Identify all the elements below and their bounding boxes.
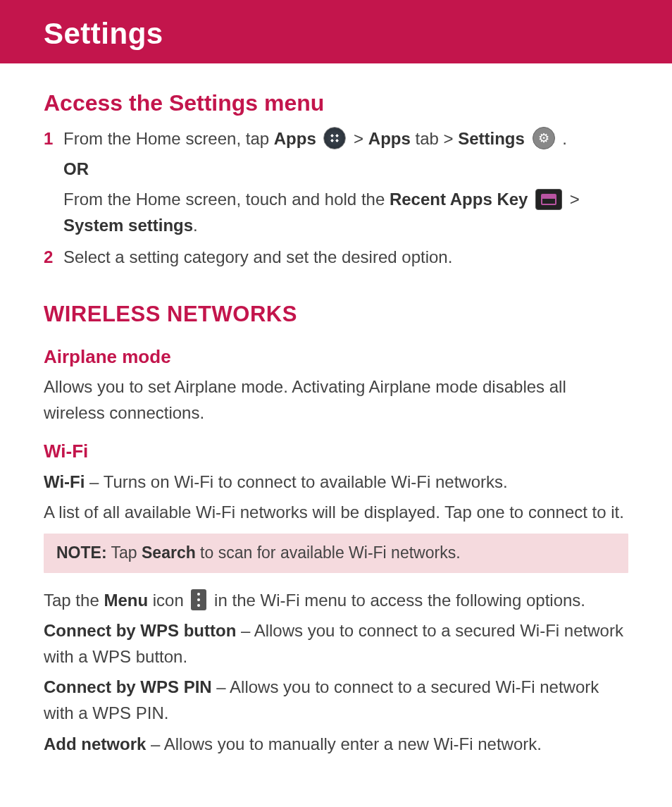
separator: > xyxy=(349,129,368,148)
text: . xyxy=(558,129,567,148)
text: From the Home screen, touch and hold the xyxy=(63,190,390,209)
page-header: Settings xyxy=(0,0,672,63)
or-label: OR xyxy=(63,156,628,182)
wifi-opt1: Connect by WPS button – Allows you to co… xyxy=(44,617,628,670)
step2-text: Select a setting category and set the de… xyxy=(63,247,452,266)
apps-tab-label: Apps xyxy=(368,129,411,148)
wifi-bold: Wi-Fi xyxy=(44,472,85,491)
text: From the Home screen, tap xyxy=(63,129,274,148)
system-settings-label: System settings xyxy=(63,216,193,235)
step-number: 1 xyxy=(44,125,53,152)
airplane-text: Allows you to set Airplane mode. Activat… xyxy=(44,374,628,426)
page-title: Settings xyxy=(44,17,651,51)
settings-label: Settings xyxy=(458,129,525,148)
note-box: NOTE: Tap Search to scan for available W… xyxy=(44,534,628,573)
gear-icon xyxy=(533,127,555,149)
wifi-line1: Wi-Fi – Turns on Wi-Fi to connect to ava… xyxy=(44,469,628,495)
text: icon xyxy=(148,591,188,610)
opt-label: Add network xyxy=(44,734,146,753)
opt-label: Connect by WPS button xyxy=(44,621,236,640)
text: . xyxy=(193,216,198,235)
section-heading-access: Access the Settings menu xyxy=(44,86,628,121)
menu-dots-icon xyxy=(191,589,206,610)
subheading-wifi: Wi-Fi xyxy=(44,437,628,465)
recent-apps-label: Recent Apps Key xyxy=(390,190,528,209)
text: – Allows you to manually enter a new Wi-… xyxy=(146,734,542,753)
text: – Turns on Wi-Fi to connect to available… xyxy=(85,472,507,491)
step1-line1: From the Home screen, tap Apps > Apps ta… xyxy=(63,129,567,148)
menu-label: Menu xyxy=(104,591,148,610)
separator: > xyxy=(565,190,580,209)
wifi-opt2: Connect by WPS PIN – Allows you to conne… xyxy=(44,674,628,726)
recent-apps-icon xyxy=(535,189,562,210)
search-label: Search xyxy=(142,543,196,562)
wifi-menu-line: Tap the Menu icon in the Wi-Fi menu to a… xyxy=(44,587,628,613)
text: in the Wi-Fi menu to access the followin… xyxy=(209,591,585,610)
wifi-opt3: Add network – Allows you to manually ent… xyxy=(44,731,628,757)
text: Tap xyxy=(107,543,142,562)
text: tab > xyxy=(411,129,458,148)
text: Tap the xyxy=(44,591,104,610)
note-label: NOTE: xyxy=(56,543,107,562)
apps-icon xyxy=(323,127,346,149)
page-body: Access the Settings menu 1 From the Home… xyxy=(0,63,672,778)
step-2: 2 Select a setting category and set the … xyxy=(44,244,628,270)
step-number: 2 xyxy=(44,244,53,270)
step-1: 1 From the Home screen, tap Apps > Apps … xyxy=(44,125,628,239)
section-heading-wireless: WIRELESS NETWORKS xyxy=(44,297,628,331)
apps-label: Apps xyxy=(274,129,316,148)
subheading-airplane: Airplane mode xyxy=(44,343,628,371)
wifi-line2: A list of all available Wi-Fi networks w… xyxy=(44,499,628,525)
step1-line2: From the Home screen, touch and hold the… xyxy=(63,186,628,238)
steps-list: 1 From the Home screen, tap Apps > Apps … xyxy=(44,125,628,271)
opt-label: Connect by WPS PIN xyxy=(44,677,212,696)
text: to scan for available Wi-Fi networks. xyxy=(196,543,461,562)
